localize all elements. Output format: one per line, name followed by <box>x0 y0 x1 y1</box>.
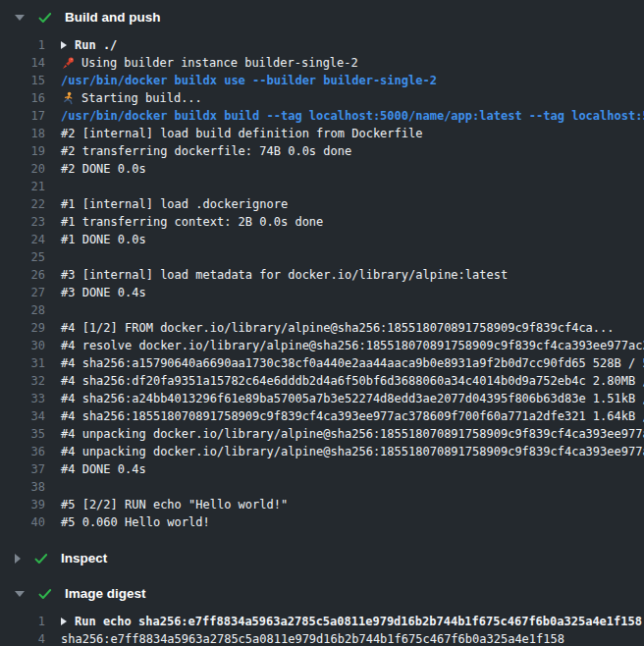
log-line: 33 #4 sha256:a24bb4013296f61e89ba57005a7… <box>0 390 644 407</box>
line-number[interactable]: 1 <box>0 613 45 630</box>
line-number[interactable]: 35 <box>0 425 45 443</box>
runner-icon <box>61 91 76 106</box>
log-text: #5 0.060 Hello world! <box>61 513 210 531</box>
line-number[interactable]: 16 <box>0 89 45 107</box>
line-number[interactable]: 30 <box>0 337 45 354</box>
line-number[interactable]: 27 <box>0 284 45 301</box>
step-title: Image digest <box>65 585 146 603</box>
log-line: 24 #1 DONE 0.0s <box>0 231 644 248</box>
log-text: #4 sha256:df20fa9351a15782c64e6dddb2d4a6… <box>61 372 644 390</box>
line-number[interactable]: 29 <box>0 319 45 337</box>
step-header[interactable]: Inspect <box>0 541 644 574</box>
line-number[interactable]: 15 <box>0 72 45 89</box>
log-line: 27 #3 DONE 0.4s <box>0 284 644 301</box>
log-line: 18 #2 [internal] load build definition f… <box>0 125 644 142</box>
log-line: 15 /usr/bin/docker buildx use --builder … <box>0 72 644 89</box>
line-number[interactable]: 1 <box>0 36 45 54</box>
log-text: Starting build... <box>81 89 202 107</box>
step-header[interactable]: Image digest <box>0 576 644 610</box>
log-line: 1 Run ./ <box>0 36 644 54</box>
line-number[interactable]: 26 <box>0 266 45 284</box>
log-line: 29 #4 [1/2] FROM docker.io/library/alpin… <box>0 319 644 337</box>
line-number[interactable]: 31 <box>0 354 45 372</box>
log-line: 14 Using builder instance builder-single… <box>0 54 644 72</box>
log-line: 22 #1 [internal] load .dockerignore <box>0 195 644 213</box>
log-line: 1 Run echo sha256:e7ff8834a5963a2785c5a0… <box>0 613 644 630</box>
log-line: 23 #1 transferring context: 2B 0.0s done <box>0 213 644 231</box>
log-line: 35 #4 unpacking docker.io/library/alpine… <box>0 425 644 443</box>
log-text: #2 DONE 0.0s <box>61 160 146 178</box>
log-line: 21 <box>0 178 644 195</box>
line-number[interactable]: 40 <box>0 513 45 531</box>
log-text: #5 [2/2] RUN echo "Hello world!" <box>61 496 288 513</box>
log-text: #4 DONE 0.4s <box>61 460 146 478</box>
log-line: 28 <box>0 301 644 319</box>
log-line: 20 #2 DONE 0.0s <box>0 160 644 178</box>
log-line: 25 <box>0 248 644 266</box>
line-number[interactable]: 23 <box>0 213 45 231</box>
log-text: #4 [1/2] FROM docker.io/library/alpine@s… <box>61 319 615 337</box>
run-toggle-icon[interactable] <box>61 618 67 625</box>
log-text: /usr/bin/docker buildx build --tag local… <box>61 107 644 125</box>
log-text: #3 [internal] load metadata for docker.i… <box>61 266 508 284</box>
line-number[interactable]: 25 <box>0 248 45 266</box>
step-title: Build and push <box>65 9 161 27</box>
log-line: 19 #2 transferring dockerfile: 74B 0.0s … <box>0 142 644 160</box>
line-number[interactable]: 4 <box>0 630 45 646</box>
line-number[interactable]: 32 <box>0 372 45 390</box>
line-number[interactable]: 24 <box>0 231 45 248</box>
log-text: Run ./ <box>75 36 117 54</box>
check-icon <box>37 586 53 602</box>
line-number[interactable]: 36 <box>0 443 45 460</box>
log-line: 17 /usr/bin/docker buildx build --tag lo… <box>0 107 644 125</box>
log-line: 31 #4 sha256:a15790640a6690aa1730c38cf0a… <box>0 354 644 372</box>
line-number[interactable]: 20 <box>0 160 45 178</box>
line-number[interactable]: 38 <box>0 478 45 496</box>
line-number[interactable]: 34 <box>0 407 45 425</box>
log-text: #2 transferring dockerfile: 74B 0.0s don… <box>61 142 351 160</box>
log-line: 4 sha256:e7ff8834a5963a2785c5a0811e979d1… <box>0 630 644 646</box>
workflow-step: Image digest 1 Run echo sha256:e7ff8834a… <box>0 576 644 646</box>
line-number[interactable]: 21 <box>0 178 45 195</box>
line-number[interactable]: 39 <box>0 496 45 513</box>
line-number[interactable]: 17 <box>0 107 45 125</box>
line-number[interactable]: 18 <box>0 125 45 142</box>
log-text: #4 sha256:185518070891758909c9f839cf4ca3… <box>61 407 644 425</box>
log-text: #3 DONE 0.4s <box>61 284 146 301</box>
log-text: #4 unpacking docker.io/library/alpine@sh… <box>61 443 644 460</box>
log-text: Run echo sha256:e7ff8834a5963a2785c5a081… <box>75 613 642 630</box>
line-number[interactable]: 33 <box>0 390 45 407</box>
step-log: 1 Run echo sha256:e7ff8834a5963a2785c5a0… <box>0 610 644 646</box>
line-number[interactable]: 22 <box>0 195 45 213</box>
log-line: 37 #4 DONE 0.4s <box>0 460 644 478</box>
log-line: 36 #4 unpacking docker.io/library/alpine… <box>0 443 644 460</box>
line-number[interactable]: 19 <box>0 142 45 160</box>
log-text: #4 sha256:a24bb4013296f61e89ba57005a7b3e… <box>61 390 644 407</box>
log-line: 32 #4 sha256:df20fa9351a15782c64e6dddb2d… <box>0 372 644 390</box>
log-text: Using builder instance builder-single-2 <box>81 54 358 72</box>
step-title: Inspect <box>61 550 107 567</box>
log-text: #1 [internal] load .dockerignore <box>61 195 288 213</box>
step-header[interactable]: Build and push <box>0 0 644 33</box>
line-number[interactable]: 37 <box>0 460 45 478</box>
log-text: #1 DONE 0.0s <box>61 231 146 248</box>
line-number[interactable]: 28 <box>0 301 45 319</box>
check-icon <box>33 551 49 566</box>
workflow-step: Inspect <box>0 541 644 574</box>
log-text: #4 unpacking docker.io/library/alpine@sh… <box>61 425 644 443</box>
log-text: #4 resolve docker.io/library/alpine@sha2… <box>61 337 644 354</box>
log-text: #2 [internal] load build definition from… <box>61 125 422 142</box>
log-text: #4 sha256:a15790640a6690aa1730c38cf0a440… <box>61 354 644 372</box>
step-log: 1 Run ./ 14 Using builder instance build… <box>0 33 644 539</box>
run-toggle-icon[interactable] <box>61 41 67 49</box>
workflow-log: Build and push 1 Run ./ 14 Using builder… <box>0 0 644 646</box>
line-number[interactable]: 14 <box>0 54 45 72</box>
caret-right-icon <box>15 554 21 564</box>
check-icon <box>37 10 53 26</box>
log-text: #1 transferring context: 2B 0.0s done <box>61 213 323 231</box>
pushpin-icon <box>61 56 76 71</box>
workflow-step: Build and push 1 Run ./ 14 Using builder… <box>0 0 644 539</box>
caret-down-icon <box>15 15 25 21</box>
log-line: 34 #4 sha256:185518070891758909c9f839cf4… <box>0 407 644 425</box>
log-line: 38 <box>0 478 644 496</box>
